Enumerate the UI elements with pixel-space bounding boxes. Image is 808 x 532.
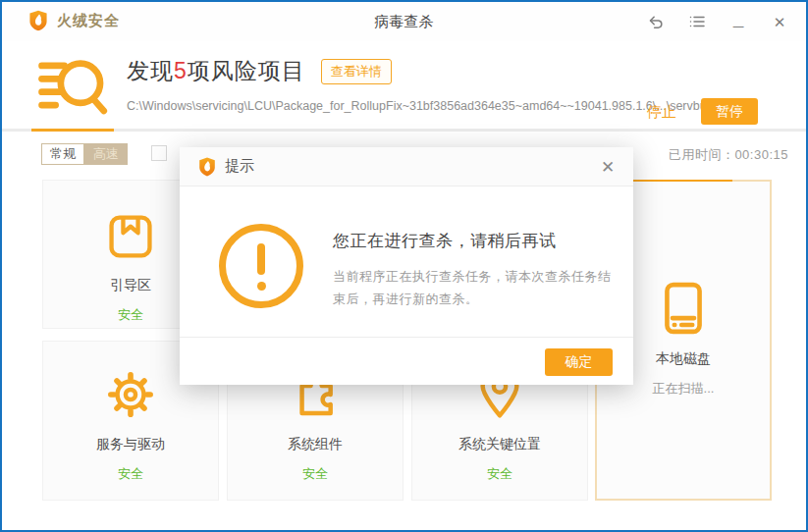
dialog-message: 您正在进行查杀，请稍后再试 当前程序正在执行查杀任务，请本次查杀任务结束后，再进… — [333, 230, 623, 310]
dialog-title: 提示 — [225, 157, 254, 176]
hard-disk-icon — [661, 280, 706, 337]
dialog-header: 提示 ✕ — [180, 147, 633, 186]
card-status: 安全 — [302, 465, 328, 483]
boot-sector-box-icon — [104, 210, 157, 263]
titlebar: 火绒安全 病毒查杀 ─ ✕ — [2, 2, 806, 41]
minimize-icon[interactable]: ─ — [729, 13, 747, 30]
tab-fast-speed[interactable]: 高速 — [84, 143, 128, 165]
flame-shield-logo-icon — [197, 157, 217, 177]
card-status: 安全 — [487, 465, 512, 483]
card-label: 服务与驱动 — [96, 436, 165, 453]
scan-header: 发现5项风险项目 查看详情 C:\Windows\servicing\LCU\P… — [2, 41, 806, 132]
dialog-message-body: 当前程序正在执行查杀任务，请本次查杀任务结束后，再进行新的查杀。 — [333, 265, 623, 310]
elapsed-time: 已用时间：00:30:15 — [669, 146, 788, 164]
pause-button[interactable]: 暂停 — [701, 98, 758, 125]
titlebar-controls: ─ ✕ — [647, 2, 788, 41]
found-title: 发现5项风险项目 — [127, 56, 305, 86]
card-label: 引导区 — [110, 277, 151, 294]
dialog-close-icon[interactable]: ✕ — [598, 157, 618, 177]
view-details-button[interactable]: 查看详情 — [321, 59, 392, 84]
dialog-body: 您正在进行查杀，请稍后再试 当前程序正在执行查杀任务，请本次查杀任务结束后，再进… — [180, 186, 633, 337]
card-status: 安全 — [118, 306, 143, 324]
warning-exclamation-icon — [219, 224, 303, 308]
speed-toggle: 常规 高速 — [41, 143, 128, 165]
risk-count: 5 — [174, 58, 188, 83]
gear-icon — [103, 367, 158, 422]
dialog-message-title: 您正在进行查杀，请稍后再试 — [333, 230, 623, 252]
undo-icon[interactable] — [647, 13, 665, 30]
app-window: 火绒安全 病毒查杀 ─ ✕ — [0, 0, 808, 532]
stop-button[interactable]: 停止 — [647, 103, 676, 122]
found-summary: 发现5项风险项目 查看详情 — [127, 56, 392, 86]
option-checkbox[interactable] — [151, 145, 167, 161]
tab-normal-speed[interactable]: 常规 — [41, 143, 84, 165]
card-label: 本地磁盘 — [656, 350, 711, 368]
scan-magnifier-icon — [37, 57, 112, 120]
dialog-footer: 确定 — [180, 337, 633, 385]
card-status: 安全 — [118, 465, 143, 483]
task-list-icon[interactable] — [688, 13, 706, 30]
ok-button[interactable]: 确定 — [545, 348, 613, 376]
alert-dialog: 提示 ✕ 您正在进行查杀，请稍后再试 当前程序正在执行查杀任务，请本次查杀任务结… — [180, 147, 633, 385]
card-label: 系统组件 — [288, 436, 343, 453]
close-icon[interactable]: ✕ — [771, 13, 788, 30]
elapsed-time-value: 00:30:15 — [734, 147, 788, 162]
card-status: 正在扫描... — [653, 380, 715, 398]
card-label: 系统关键位置 — [458, 436, 541, 453]
